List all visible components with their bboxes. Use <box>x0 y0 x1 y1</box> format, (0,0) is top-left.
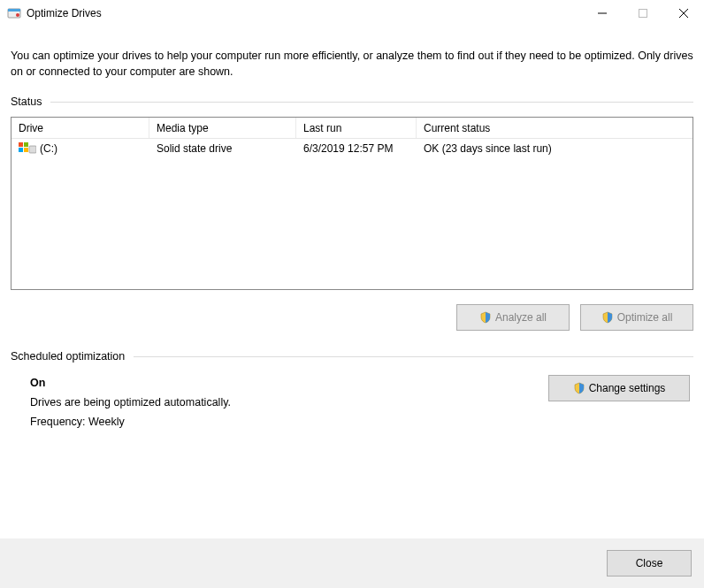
optimize-all-button: Optimize all <box>580 304 693 331</box>
shield-icon <box>479 311 492 324</box>
close-label: Close <box>636 557 663 569</box>
intro-text: You can optimize your drives to help you… <box>11 48 693 80</box>
col-header-status[interactable]: Current status <box>417 118 693 138</box>
titlebar: Optimize Drives <box>0 0 704 27</box>
sched-section-header: Scheduled optimization <box>11 350 693 363</box>
table-header: Drive Media type Last run Current status <box>11 118 693 139</box>
svg-rect-7 <box>24 148 28 152</box>
sched-freq: Frequency: Weekly <box>30 416 525 428</box>
status-section-header: Status <box>11 95 693 108</box>
svg-point-2 <box>16 13 19 17</box>
svg-rect-3 <box>639 10 647 18</box>
svg-rect-5 <box>24 142 28 147</box>
cell-status: OK (23 days since last run) <box>417 142 693 155</box>
table-row[interactable]: (C:) Solid state drive 6/3/2019 12:57 PM… <box>11 139 693 158</box>
svg-rect-4 <box>19 142 23 147</box>
svg-rect-6 <box>19 148 23 152</box>
footer: Close <box>0 538 704 588</box>
sched-desc: Drives are being optimized automatically… <box>30 396 525 409</box>
sched-label: Scheduled optimization <box>11 350 125 363</box>
maximize-button[interactable] <box>623 0 663 27</box>
cell-drive: (C:) <box>40 142 57 155</box>
drive-table[interactable]: Drive Media type Last run Current status… <box>11 117 693 290</box>
svg-rect-1 <box>8 9 20 11</box>
app-icon <box>7 6 21 20</box>
change-settings-button[interactable]: Change settings <box>548 375 690 401</box>
col-header-drive[interactable]: Drive <box>11 118 149 138</box>
cell-last: 6/3/2019 12:57 PM <box>296 142 417 155</box>
shield-icon <box>601 311 614 324</box>
window-title: Optimize Drives <box>27 7 102 19</box>
close-window-button[interactable] <box>663 0 704 27</box>
minimize-button[interactable] <box>582 0 623 27</box>
col-header-last[interactable]: Last run <box>296 118 417 138</box>
windows-drive-icon <box>19 142 36 155</box>
close-button[interactable]: Close <box>607 550 692 577</box>
cell-media: Solid state drive <box>149 142 296 155</box>
change-settings-label: Change settings <box>589 382 666 394</box>
optimize-all-label: Optimize all <box>617 311 673 324</box>
shield-icon <box>573 382 585 394</box>
analyze-all-label: Analyze all <box>495 311 547 324</box>
col-header-media[interactable]: Media type <box>149 118 296 138</box>
analyze-all-button: Analyze all <box>456 304 570 331</box>
status-label: Status <box>11 95 42 108</box>
sched-state: On <box>30 377 525 389</box>
svg-rect-8 <box>29 146 36 153</box>
